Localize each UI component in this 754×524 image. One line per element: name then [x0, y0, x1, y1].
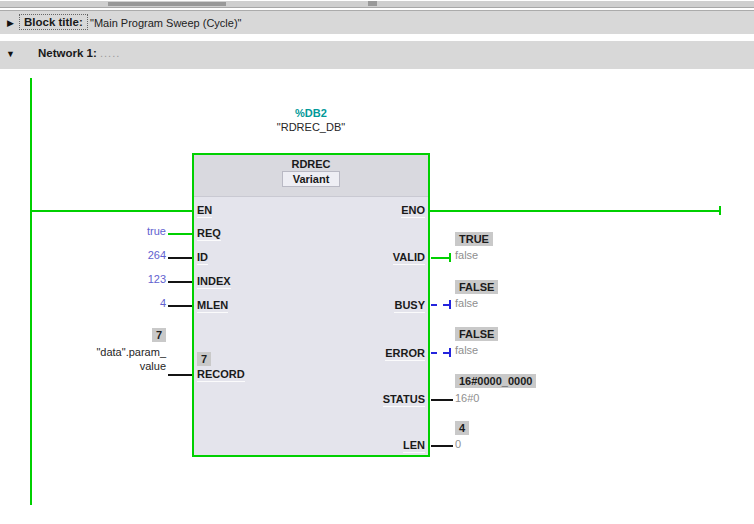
busy-wire-tick	[449, 300, 451, 309]
busy-monitor-badge: FALSE	[455, 280, 498, 294]
status-monitor-badge: 16#0000_0000	[455, 374, 536, 388]
len-operand: 0	[455, 438, 461, 451]
pin-busy: BUSY	[394, 298, 425, 312]
network-header-row[interactable]: ▼ Network 1: .....	[0, 41, 754, 69]
busy-wire	[431, 304, 449, 306]
busy-operand: false	[455, 297, 478, 310]
pin-valid: VALID	[393, 250, 425, 264]
en-wire	[31, 210, 192, 212]
program-editor: ▶ Block title: "Main Program Sweep (Cycl…	[0, 0, 754, 524]
pin-error: ERROR	[385, 346, 425, 360]
rdrec-function-block[interactable]: RDREC Variant EN REQ ID INDEX MLEN 7 REC…	[192, 153, 430, 457]
pin-req: REQ	[197, 226, 221, 240]
record-operand[interactable]: "data".param_ value	[40, 345, 166, 373]
eno-wire-end-tick	[719, 206, 721, 215]
len-monitor-badge: 4	[455, 421, 469, 435]
error-operand: false	[455, 344, 478, 357]
valid-wire-tick	[449, 253, 451, 262]
instruction-name: RDREC	[291, 158, 330, 170]
error-monitor-badge: FALSE	[455, 327, 498, 341]
pin-index: INDEX	[197, 274, 231, 288]
req-operand[interactable]: true	[100, 224, 166, 238]
record-operand-line2: value	[40, 359, 166, 373]
network-label[interactable]: Network 1:	[38, 47, 97, 59]
mlen-operand[interactable]: 4	[100, 296, 166, 310]
status-operand: 16#0	[455, 392, 479, 405]
block-title-value[interactable]: "Main Program Sweep (Cycle)"	[90, 17, 241, 29]
db-address[interactable]: %DB2	[192, 106, 430, 120]
req-wire	[168, 233, 192, 235]
pin-id: ID	[197, 250, 208, 264]
toolbar-remnant	[368, 1, 377, 6]
status-wire	[431, 399, 453, 401]
error-wire	[431, 352, 449, 354]
block-title-label[interactable]: Block title:	[19, 14, 88, 30]
block-title-area: RDREC Variant	[194, 155, 428, 197]
toolbar-sliver	[0, 1, 754, 8]
db-name[interactable]: "RDREC_DB"	[192, 120, 430, 134]
record-monitor-badge-inner: 7	[197, 352, 211, 366]
len-wire	[431, 445, 453, 447]
error-wire-tick	[449, 348, 451, 357]
eno-wire	[430, 210, 720, 212]
record-wire	[168, 374, 192, 376]
network-comment-placeholder[interactable]: .....	[100, 47, 120, 59]
record-monitor-badge: 7	[100, 328, 166, 342]
valid-wire	[431, 257, 449, 259]
pin-en: EN	[197, 203, 212, 217]
valid-monitor-badge: TRUE	[455, 232, 493, 246]
toolbar-remnant	[108, 2, 226, 6]
id-wire	[168, 257, 192, 259]
pin-mlen: MLEN	[197, 298, 228, 312]
pin-len: LEN	[403, 438, 425, 452]
valid-operand: false	[455, 249, 478, 262]
pin-eno: ENO	[401, 203, 425, 217]
power-rail	[30, 78, 32, 505]
pin-record: RECORD	[197, 367, 245, 381]
index-wire	[168, 281, 192, 283]
record-operand-line1: "data".param_	[40, 345, 166, 359]
network-collapse-icon[interactable]: ▼	[6, 49, 15, 59]
index-operand[interactable]: 123	[100, 272, 166, 286]
id-operand[interactable]: 264	[100, 248, 166, 262]
db-instance-header[interactable]: %DB2 "RDREC_DB"	[192, 106, 430, 134]
pin-status: STATUS	[383, 392, 425, 406]
type-selector-dropdown[interactable]: Variant	[282, 171, 341, 187]
mlen-wire	[168, 305, 192, 307]
block-title-row[interactable]: ▶ Block title: "Main Program Sweep (Cycl…	[0, 10, 754, 34]
block-title-expand-icon[interactable]: ▶	[7, 18, 14, 28]
